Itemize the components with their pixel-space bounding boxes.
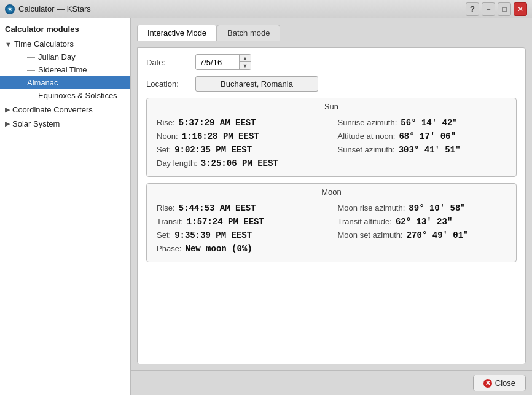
sun-rise-azimuth-value: 56° 14' 42"	[401, 118, 457, 128]
minimize-button[interactable]: −	[482, 2, 495, 16]
sun-set-azimuth-row: Sunset azimuth: 303° 41' 51"	[338, 143, 507, 157]
moon-set-azimuth-value: 270° 49' 01"	[407, 230, 469, 240]
moon-set-value: 9:35:39 PM EEST	[174, 230, 252, 240]
location-label: Location:	[146, 79, 189, 88]
dash-icon: —	[27, 65, 35, 74]
sidebar-item-sidereal-time[interactable]: — Sidereal Time	[0, 63, 130, 76]
tab-batch[interactable]: Batch mode	[217, 25, 280, 41]
dash-icon: —	[27, 52, 35, 61]
moon-transit-value: 1:57:24 PM EEST	[187, 217, 264, 227]
sidebar-group-solar-header[interactable]: ▶ Solar System	[0, 117, 130, 130]
form-area: Date: ▲ ▼ Location: Bucharest, Romania	[137, 47, 526, 364]
date-increment-button[interactable]: ▲	[240, 55, 251, 62]
moon-phase-label: Phase:	[157, 244, 181, 253]
sun-left-col: Rise: 5:37:29 AM EEST Noon: 1:16:28 PM E…	[157, 116, 326, 170]
date-input-wrap: ▲ ▼	[195, 54, 251, 70]
sidebar-item-julian-day[interactable]: — Julian Day	[0, 50, 130, 63]
content-area: Interactive Mode Batch mode Date: ▲ ▼	[131, 18, 532, 370]
sun-rise-label: Rise:	[157, 118, 175, 127]
date-decrement-button[interactable]: ▼	[240, 62, 251, 69]
sidebar-group-time-label: Time Calculators	[14, 39, 74, 49]
moon-set-row: Set: 9:35:39 PM EEST	[157, 229, 326, 242]
moon-set-azimuth-label: Moon set azimuth:	[338, 230, 403, 240]
sidebar-header: Calculator modules	[0, 22, 130, 37]
sidebar-group-time: ▼ Time Calculators — Julian Day — Sidere…	[0, 37, 130, 102]
sun-daylength-label: Day length:	[157, 158, 197, 168]
sidebar-item-equinoxes[interactable]: — Equinoxes & Solstices	[0, 89, 130, 102]
date-input[interactable]	[196, 56, 239, 69]
close-button-label: Close	[495, 378, 515, 388]
tab-interactive[interactable]: Interactive Mode	[137, 25, 217, 41]
sun-rise-row: Rise: 5:37:29 AM EEST	[157, 116, 326, 130]
help-button[interactable]: ?	[466, 2, 479, 16]
sun-rise-azimuth-label: Sunrise azimuth:	[338, 118, 397, 127]
sidebar-group-coord: ▶ Coordinate Converters	[0, 103, 130, 116]
moon-transit-altitude-label: Transit altitude:	[338, 217, 392, 226]
location-button[interactable]: Bucharest, Romania	[195, 76, 318, 92]
moon-panel-title: Moon	[147, 184, 516, 199]
sun-right-col: Sunrise azimuth: 56° 14' 42" Altitude at…	[338, 116, 507, 170]
sidebar-group-solar: ▶ Solar System	[0, 117, 130, 130]
sun-set-azimuth-value: 303° 41' 51"	[399, 145, 461, 155]
moon-rise-azimuth-label: Moon rise azimuth:	[338, 203, 405, 213]
moon-right-col: Moon rise azimuth: 89° 10' 58" Transit a…	[338, 201, 507, 256]
date-row: Date: ▲ ▼	[146, 54, 517, 70]
expand-arrow-coord: ▶	[5, 106, 10, 114]
dash-icon: —	[27, 91, 35, 100]
moon-set-label: Set:	[157, 230, 171, 240]
sun-noon-row: Noon: 1:16:28 PM EEST	[157, 130, 326, 143]
title-bar-left: ★ Calculator — KStars	[5, 4, 91, 14]
moon-transit-label: Transit:	[157, 217, 183, 226]
sun-noon-value: 1:16:28 PM EEST	[182, 131, 259, 141]
main-container: Calculator modules ▼ Time Calculators — …	[0, 18, 532, 395]
sun-set-value: 9:02:35 PM EEST	[174, 145, 252, 155]
sun-noon-label: Noon:	[157, 131, 178, 141]
sun-altitude-noon-row: Altitude at noon: 68° 17' 06"	[338, 130, 507, 143]
moon-panel: Moon Rise: 5:44:53 AM EEST Transit:	[146, 183, 517, 262]
sun-panel-body: Rise: 5:37:29 AM EEST Noon: 1:16:28 PM E…	[147, 114, 516, 176]
sun-altitude-noon-label: Altitude at noon:	[338, 131, 396, 141]
sun-rise-azimuth-row: Sunrise azimuth: 56° 14' 42"	[338, 116, 507, 130]
close-x-icon: ✕	[483, 379, 492, 388]
sun-rise-value: 5:37:29 AM EEST	[179, 118, 256, 128]
moon-phase-row: Phase: New moon (0%)	[157, 242, 326, 256]
sidebar-group-coord-header[interactable]: ▶ Coordinate Converters	[0, 103, 130, 116]
maximize-button[interactable]: □	[498, 2, 511, 16]
sun-set-azimuth-label: Sunset azimuth:	[338, 145, 395, 154]
window-title: Calculator — KStars	[18, 4, 91, 14]
moon-rise-azimuth-value: 89° 10' 58"	[409, 203, 465, 213]
bottom-bar: ✕ Close	[131, 370, 532, 395]
tab-bar: Interactive Mode Batch mode	[137, 25, 526, 41]
location-row: Location: Bucharest, Romania	[146, 76, 517, 92]
date-label: Date:	[146, 58, 189, 67]
sun-set-label: Set:	[157, 145, 171, 154]
moon-transit-row: Transit: 1:57:24 PM EEST	[157, 215, 326, 229]
moon-phase-value: New moon (0%)	[185, 244, 252, 254]
moon-transit-altitude-row: Transit altitude: 62° 13' 23"	[338, 215, 507, 229]
moon-panel-body: Rise: 5:44:53 AM EEST Transit: 1:57:24 P…	[147, 199, 516, 262]
title-bar: ★ Calculator — KStars ? − □ ✕	[0, 0, 532, 18]
moon-set-azimuth-row: Moon set azimuth: 270° 49' 01"	[338, 229, 507, 242]
moon-left-col: Rise: 5:44:53 AM EEST Transit: 1:57:24 P…	[157, 201, 326, 256]
data-panels: Sun Rise: 5:37:29 AM EEST Noon: 1:	[146, 98, 517, 358]
sun-panel: Sun Rise: 5:37:29 AM EEST Noon: 1:	[146, 98, 517, 177]
sidebar-group-time-header[interactable]: ▼ Time Calculators	[0, 37, 130, 50]
sun-daylength-value: 3:25:06 PM EEST	[201, 158, 278, 168]
moon-transit-altitude-value: 62° 13' 23"	[396, 217, 452, 227]
window-controls: ? − □ ✕	[466, 2, 527, 16]
moon-rise-azimuth-row: Moon rise azimuth: 89° 10' 58"	[338, 201, 507, 215]
expand-arrow-time: ▼	[5, 41, 12, 48]
sun-altitude-noon-value: 68° 17' 06"	[399, 131, 455, 141]
sun-daylength-row: Day length: 3:25:06 PM EEST	[157, 157, 326, 170]
date-spinner: ▲ ▼	[239, 55, 251, 69]
moon-rise-row: Rise: 5:44:53 AM EEST	[157, 201, 326, 215]
right-panel: Interactive Mode Batch mode Date: ▲ ▼	[131, 18, 532, 395]
expand-arrow-solar: ▶	[5, 120, 10, 128]
app-icon: ★	[5, 4, 15, 14]
sidebar-item-almanac[interactable]: Almanac	[0, 76, 130, 89]
close-button[interactable]: ✕ Close	[473, 375, 526, 391]
sun-panel-title: Sun	[147, 98, 516, 114]
window-close-button[interactable]: ✕	[514, 2, 527, 16]
sidebar: Calculator modules ▼ Time Calculators — …	[0, 18, 131, 395]
sun-set-row: Set: 9:02:35 PM EEST	[157, 143, 326, 157]
